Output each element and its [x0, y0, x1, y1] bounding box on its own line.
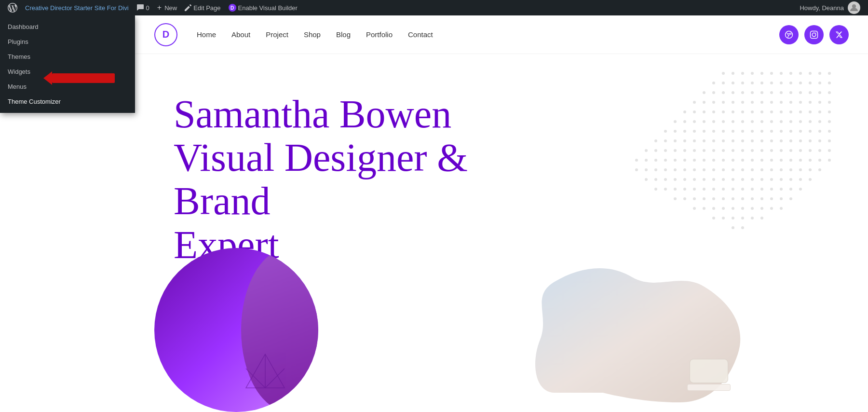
svg-point-138 [732, 149, 734, 152]
svg-point-122 [770, 139, 773, 142]
enable-visual-builder-button[interactable]: D Enable Visual Builder [225, 0, 301, 15]
nav-project[interactable]: Project [266, 30, 288, 39]
svg-point-214 [712, 188, 715, 191]
svg-point-134 [693, 149, 696, 152]
svg-point-88 [799, 120, 802, 123]
svg-point-79 [712, 120, 715, 123]
svg-point-147 [818, 149, 821, 152]
svg-point-73 [818, 110, 821, 113]
svg-point-24 [780, 82, 783, 84]
dot-pattern [588, 64, 839, 247]
svg-point-110 [654, 139, 657, 142]
svg-point-229 [722, 197, 725, 200]
nav-portfolio[interactable]: Portfolio [366, 30, 393, 39]
wordpress-logo-button[interactable] [4, 0, 21, 15]
svg-point-215 [722, 188, 725, 191]
admin-bar: Creative Director Starter Site For Divi … [0, 0, 868, 15]
svg-point-144 [789, 149, 792, 152]
svg-point-18 [722, 82, 725, 84]
svg-point-37 [770, 91, 773, 94]
svg-point-158 [722, 159, 725, 162]
svg-point-77 [693, 120, 696, 123]
svg-point-106 [799, 130, 802, 133]
menu-item-themes[interactable]: Themes [0, 49, 135, 64]
nav-shop[interactable]: Shop [304, 30, 321, 39]
nav-contact[interactable]: Contact [408, 30, 433, 39]
svg-point-56 [809, 101, 812, 104]
svg-point-233 [760, 197, 763, 200]
svg-point-186 [789, 168, 792, 171]
svg-point-197 [712, 178, 715, 181]
svg-point-133 [683, 149, 686, 152]
svg-point-3 [812, 33, 816, 37]
svg-point-23 [770, 82, 773, 84]
user-avatar[interactable] [848, 1, 860, 14]
menu-item-theme-customizer[interactable]: Theme Customizer [0, 94, 135, 109]
svg-point-128 [828, 139, 831, 142]
svg-point-76 [683, 120, 686, 123]
svg-point-6 [732, 72, 734, 75]
svg-point-232 [751, 197, 754, 200]
svg-point-165 [789, 159, 792, 162]
svg-point-185 [780, 168, 783, 171]
svg-point-14 [809, 72, 812, 75]
svg-point-172 [654, 168, 657, 171]
svg-point-70 [789, 110, 792, 113]
svg-point-30 [703, 91, 705, 94]
svg-point-236 [789, 197, 792, 200]
svg-point-171 [645, 168, 648, 171]
svg-point-64 [732, 110, 734, 113]
svg-point-216 [732, 188, 734, 191]
svg-point-90 [818, 120, 821, 123]
site-name-button[interactable]: Creative Director Starter Site For Divi [21, 0, 133, 15]
new-content-button[interactable]: + New [153, 0, 181, 15]
svg-point-208 [654, 188, 657, 191]
nav-blog[interactable]: Blog [336, 30, 351, 39]
svg-point-99 [732, 130, 734, 133]
svg-point-19 [732, 82, 734, 84]
svg-point-160 [741, 159, 744, 162]
svg-rect-2 [811, 31, 818, 38]
svg-point-199 [732, 178, 734, 181]
menu-item-plugins[interactable]: Plugins [0, 34, 135, 49]
dribbble-icon[interactable] [779, 25, 799, 44]
svg-point-168 [818, 159, 821, 162]
svg-point-1 [786, 31, 793, 38]
svg-point-157 [712, 159, 715, 162]
svg-point-61 [703, 110, 705, 113]
svg-point-54 [789, 101, 792, 104]
svg-point-0 [852, 4, 856, 8]
twitter-x-icon[interactable] [829, 25, 849, 44]
edit-page-button[interactable]: Edit Page [181, 0, 224, 15]
nav-about[interactable]: About [231, 30, 250, 39]
svg-point-26 [799, 82, 802, 84]
svg-point-244 [760, 207, 763, 210]
svg-point-164 [780, 159, 783, 162]
svg-point-101 [751, 130, 754, 133]
site-logo[interactable]: D [154, 23, 177, 46]
svg-point-117 [722, 139, 725, 142]
comments-button[interactable]: 0 [133, 0, 153, 15]
svg-point-182 [751, 168, 754, 171]
svg-point-231 [741, 197, 744, 200]
arrow-body [52, 73, 115, 83]
menu-item-dashboard[interactable]: Dashboard [0, 19, 135, 34]
instagram-icon[interactable] [804, 25, 824, 44]
svg-point-141 [760, 149, 763, 152]
svg-point-126 [809, 139, 812, 142]
svg-point-234 [770, 197, 773, 200]
svg-point-7 [741, 72, 744, 75]
svg-point-21 [751, 82, 754, 84]
svg-point-115 [703, 139, 705, 142]
svg-point-72 [809, 110, 812, 113]
svg-point-85 [770, 120, 773, 123]
svg-point-104 [780, 130, 783, 133]
svg-point-67 [760, 110, 763, 113]
svg-point-29 [828, 82, 831, 84]
svg-point-16 [828, 72, 831, 75]
svg-point-82 [741, 120, 744, 123]
svg-point-48 [732, 101, 734, 104]
nav-home[interactable]: Home [197, 30, 216, 39]
svg-point-223 [799, 188, 802, 191]
svg-point-95 [693, 130, 696, 133]
